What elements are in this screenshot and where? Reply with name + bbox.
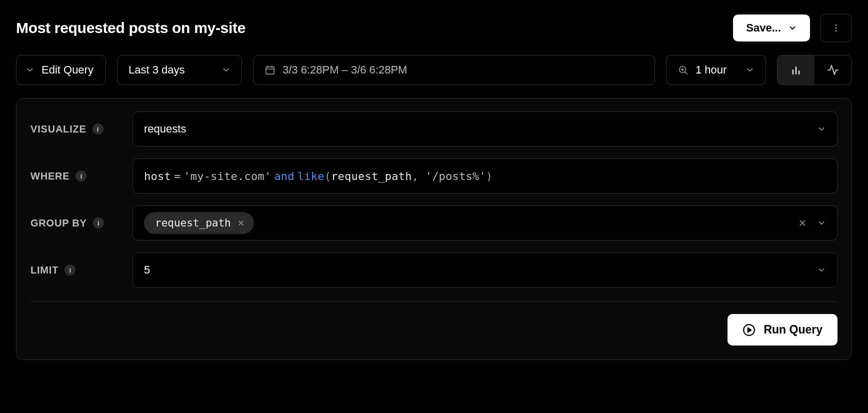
- page-title: Most requested posts on my-site: [16, 20, 246, 36]
- info-icon[interactable]: i: [93, 218, 104, 228]
- more-vertical-icon: [831, 23, 841, 33]
- where-token: like: [298, 170, 324, 182]
- chevron-down-icon: [817, 218, 826, 228]
- limit-select[interactable]: 5: [132, 252, 838, 288]
- group-by-input[interactable]: request_path: [132, 206, 838, 240]
- query-panel: VISUALIZE i requests WHERE i host = 'my-…: [16, 98, 852, 360]
- save-button-label: Save...: [746, 22, 781, 34]
- chart-type-bar[interactable]: [778, 56, 814, 84]
- svg-marker-19: [748, 328, 752, 332]
- svg-point-0: [836, 24, 837, 26]
- edit-query-toggle[interactable]: Edit Query: [16, 55, 106, 85]
- bar-chart-icon: [790, 64, 802, 76]
- chart-type-toggle: [777, 55, 852, 85]
- where-token: and: [271, 170, 297, 182]
- where-token: ,: [412, 170, 418, 182]
- chevron-down-icon: [817, 124, 826, 134]
- divider: [30, 302, 838, 302]
- more-menu-button[interactable]: [820, 14, 852, 42]
- svg-point-1: [836, 28, 837, 29]
- chevron-down-icon: [746, 66, 754, 74]
- date-range-picker[interactable]: 3/3 6:28PM – 3/6 6:28PM: [253, 55, 655, 85]
- info-icon[interactable]: i: [92, 124, 104, 134]
- edit-query-label: Edit Query: [42, 64, 94, 76]
- where-token: host: [144, 170, 171, 182]
- where-token: ): [486, 170, 492, 182]
- time-range-select[interactable]: Last 3 days: [117, 55, 242, 85]
- play-circle-icon: [742, 324, 756, 336]
- interval-select[interactable]: 1 hour: [666, 55, 766, 85]
- svg-point-2: [836, 30, 837, 32]
- where-token: 'my-site.com': [184, 170, 271, 182]
- chart-type-line[interactable]: [814, 56, 852, 84]
- where-input[interactable]: host = 'my-site.com' and like(request_pa…: [132, 158, 838, 194]
- chevron-down-icon: [788, 24, 797, 32]
- calendar-icon: [264, 64, 276, 76]
- run-query-label: Run Query: [764, 323, 822, 336]
- info-icon[interactable]: i: [76, 170, 86, 182]
- where-token: '/posts%': [426, 170, 486, 182]
- interval-value: 1 hour: [696, 64, 726, 76]
- where-label: WHERE: [30, 170, 70, 182]
- zoom-in-icon: [678, 64, 688, 76]
- where-token: (: [324, 170, 331, 182]
- where-token: =: [171, 170, 184, 182]
- chip-remove-icon[interactable]: [237, 219, 245, 227]
- svg-line-10: [685, 72, 687, 74]
- save-button[interactable]: Save...: [733, 14, 810, 42]
- group-by-label: GROUP BY: [30, 218, 87, 229]
- activity-icon: [827, 64, 839, 76]
- info-icon[interactable]: i: [64, 264, 76, 276]
- svg-rect-3: [266, 67, 274, 74]
- group-by-chip-label: request_path: [155, 217, 231, 229]
- visualize-label: VISUALIZE: [30, 124, 86, 135]
- run-query-button[interactable]: Run Query: [728, 314, 838, 346]
- limit-value: 5: [144, 264, 150, 276]
- time-range-value: Last 3 days: [128, 64, 185, 76]
- where-token: request_path: [331, 170, 412, 182]
- group-by-chip[interactable]: request_path: [144, 212, 254, 234]
- clear-icon[interactable]: [798, 218, 807, 228]
- chevron-down-icon: [817, 266, 826, 274]
- visualize-value: requests: [144, 122, 186, 136]
- chevron-down-icon: [222, 66, 230, 74]
- chevron-down-icon: [26, 66, 34, 74]
- date-range-value: 3/3 6:28PM – 3/6 6:28PM: [282, 64, 408, 76]
- limit-label: LIMIT: [30, 264, 58, 276]
- visualize-select[interactable]: requests: [132, 112, 838, 146]
